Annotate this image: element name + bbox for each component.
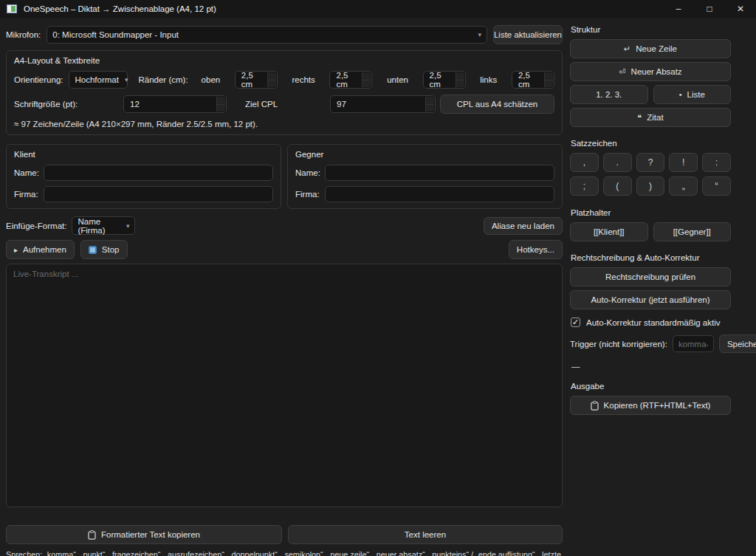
- spin-down-button[interactable]: [456, 80, 464, 88]
- quote-button[interactable]: ❝ Zitat: [570, 108, 731, 127]
- bullet-list-label: Liste: [687, 90, 705, 99]
- open-paren-button[interactable]: (: [603, 176, 632, 196]
- gegner-firma-label: Firma:: [295, 190, 325, 199]
- margin-left-label: links: [480, 75, 497, 84]
- klient-name-row: Name:: [14, 165, 273, 181]
- numbered-list-button[interactable]: 1. 2. 3.: [570, 85, 648, 104]
- fontsize-spinbox[interactable]: 12: [123, 95, 227, 113]
- gegner-name-input[interactable]: [325, 165, 554, 181]
- question-mark-button[interactable]: ?: [636, 153, 665, 172]
- spin-down-button[interactable]: [426, 105, 434, 112]
- maximize-button[interactable]: □: [694, 0, 725, 18]
- return-icon: ↵: [624, 45, 630, 53]
- comma-button[interactable]: ,: [570, 153, 599, 172]
- new-line-button[interactable]: ↵ Neue Zeile: [570, 39, 731, 58]
- copy-output-button[interactable]: Kopieren (RTF+HTML+Text): [570, 396, 731, 415]
- orientation-label: Orientierung:: [14, 75, 63, 84]
- target-cpl-value: 97: [337, 100, 346, 109]
- insert-format-row: Einfüge-Format: Name (Firma) ▾ Aliase ne…: [6, 216, 563, 235]
- margin-top-value: 2,5 cm: [241, 71, 267, 89]
- insert-format-select[interactable]: Name (Firma) ▾: [72, 216, 135, 235]
- margin-bottom-spinbox[interactable]: 2,5 cm: [423, 71, 466, 89]
- run-autocorrect-button[interactable]: Auto-Korrektur (jetzt ausführen): [570, 290, 731, 309]
- margin-right-value: 2,5 cm: [336, 71, 361, 89]
- placeholder-buttons-row: [[Klient]] [[Gegner]]: [570, 222, 731, 241]
- record-button[interactable]: ▸ Aufnehmen: [6, 240, 75, 259]
- spinner-buttons: [216, 97, 225, 111]
- orientation-select[interactable]: Hochformat ▾: [69, 71, 128, 89]
- clipboard-icon: [88, 530, 96, 540]
- microphone-select[interactable]: 0: Microsoft Soundmapper - Input ▾: [47, 26, 487, 44]
- gegner-placeholder-button[interactable]: [[Gegner]]: [653, 222, 732, 241]
- clear-text-button[interactable]: Text leeren: [288, 525, 563, 544]
- close-paren-button[interactable]: ): [636, 176, 665, 196]
- copy-formatted-button[interactable]: Formatierter Text kopieren: [6, 525, 282, 544]
- punctuation-row-2: ; ( ) „ “: [570, 176, 731, 196]
- semicolon-button[interactable]: ;: [570, 176, 599, 196]
- spin-down-button[interactable]: [545, 80, 553, 88]
- spinner-buttons: [267, 72, 276, 87]
- exclamation-mark-button[interactable]: !: [669, 153, 698, 172]
- gegner-group-title: Gegner: [295, 150, 554, 159]
- spellcheck-button[interactable]: Rechtschreibung prüfen: [570, 267, 731, 286]
- satzzeichen-section-title: Satzzeichen: [571, 139, 731, 148]
- margin-left-spinbox[interactable]: 2,5 cm: [512, 71, 554, 89]
- margin-right-label: rechts: [292, 75, 315, 84]
- bottom-buttons-row: Formatierter Text kopieren Text leeren: [6, 525, 563, 544]
- autocorrect-default-checkbox[interactable]: ✓: [571, 318, 580, 327]
- spin-down-button[interactable]: [217, 105, 225, 112]
- check-icon: ✓: [572, 318, 579, 326]
- klient-firma-input[interactable]: [44, 186, 273, 202]
- margin-top-label: oben: [202, 75, 221, 84]
- play-icon: ▸: [14, 246, 18, 254]
- save-trigger-button[interactable]: Speichern: [719, 334, 756, 353]
- spin-up-button[interactable]: [426, 97, 434, 105]
- chevron-down-icon: ▾: [119, 76, 128, 83]
- parties-row: Klient Name: Firma: Gegner Name:: [6, 144, 563, 209]
- klient-placeholder-button[interactable]: [[Klient]]: [570, 222, 648, 241]
- margin-right-spinbox[interactable]: 2,5 cm: [329, 71, 372, 89]
- spin-up-button[interactable]: [268, 72, 276, 80]
- app-window: OneSpeech – Diktat → Zwischenablage (A4,…: [0, 0, 756, 556]
- close-quote-button[interactable]: “: [702, 176, 731, 196]
- trigger-input[interactable]: [673, 335, 714, 352]
- margin-top-spinbox[interactable]: 2,5 cm: [235, 71, 278, 89]
- spin-up-button[interactable]: [545, 72, 553, 80]
- spin-down-button[interactable]: [362, 80, 371, 88]
- close-button[interactable]: ✕: [725, 0, 756, 18]
- spin-up-button[interactable]: [362, 72, 371, 80]
- margins-wrap: oben 2,5 cm rechts 2,5 cm unten 2,5 cm: [202, 71, 554, 89]
- copy-formatted-label: Formatierter Text kopieren: [101, 530, 200, 539]
- window-controls: – □ ✕: [663, 0, 756, 18]
- spin-up-button[interactable]: [456, 72, 464, 80]
- colon-button[interactable]: :: [702, 153, 731, 172]
- minimize-button[interactable]: –: [663, 0, 694, 18]
- quote-label: Zitat: [647, 113, 663, 122]
- trigger-label: Trigger (nicht korrigieren):: [570, 340, 667, 349]
- live-transcript-area[interactable]: [6, 264, 563, 507]
- klient-name-input[interactable]: [44, 165, 273, 181]
- main-panel: Mikrofon: 0: Microsoft Soundmapper - Inp…: [0, 18, 563, 556]
- hotkeys-button[interactable]: Hotkeys...: [509, 240, 563, 259]
- bullet-icon: •: [679, 91, 682, 99]
- bullet-list-button[interactable]: • Liste: [653, 85, 732, 104]
- spinner-buttons: [362, 72, 371, 87]
- list-buttons-row: 1. 2. 3. • Liste: [570, 85, 731, 104]
- period-button[interactable]: .: [603, 153, 632, 172]
- reload-aliases-button[interactable]: Aliase neu laden: [484, 217, 563, 235]
- gegner-firma-input[interactable]: [325, 186, 554, 202]
- spin-up-button[interactable]: [217, 97, 225, 105]
- refresh-devices-button[interactable]: Liste aktualisieren: [493, 25, 563, 44]
- new-paragraph-button[interactable]: ⏎ Neuer Absatz: [570, 62, 731, 81]
- target-cpl-spinbox[interactable]: 97: [330, 95, 436, 113]
- estimate-cpl-button[interactable]: CPL aus A4 schätzen: [440, 95, 554, 114]
- spin-down-button[interactable]: [268, 80, 276, 88]
- open-quote-button[interactable]: „: [669, 176, 698, 196]
- record-button-label: Aufnehmen: [23, 245, 66, 254]
- gegner-name-row: Name:: [295, 165, 554, 181]
- titlebar: OneSpeech – Diktat → Zwischenablage (A4,…: [0, 0, 756, 18]
- window-title: OneSpeech – Diktat → Zwischenablage (A4,…: [24, 4, 216, 13]
- new-line-label: Neue Zeile: [636, 44, 677, 53]
- app-icon-inner: [11, 6, 16, 12]
- stop-button[interactable]: Stop: [80, 240, 128, 259]
